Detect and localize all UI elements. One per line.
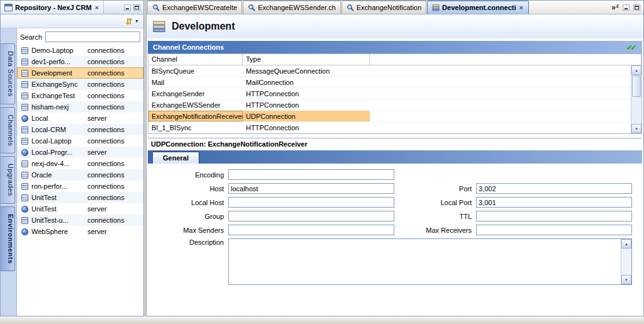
repository-body: Data Sources Channels Upgrades Environme…	[1, 28, 143, 316]
side-tab-environments[interactable]: Environments	[1, 206, 15, 271]
sync-icon[interactable]: ⇵	[125, 17, 133, 26]
table-row[interactable]: ExchangeEWSSenderHTTPConnection	[148, 99, 631, 111]
repository-view-tab[interactable]: Repository - NexJ CRM ×	[1, 1, 104, 14]
connections-icon	[21, 183, 28, 190]
page-header: Development	[147, 14, 643, 38]
local-port-label: Local Port	[407, 199, 476, 206]
channel-icon	[152, 4, 160, 11]
table-row[interactable]: MailMailConnection	[148, 77, 631, 88]
editor-content: Development Channel Connections ✔✔ Chann…	[147, 14, 643, 316]
connections-icon	[21, 194, 28, 201]
ttl-input[interactable]	[476, 211, 632, 221]
list-item[interactable]: ExchangeSyncconnections	[17, 79, 143, 90]
minimize-view-icon[interactable]	[124, 4, 131, 11]
scroll-down-icon[interactable]: ▼	[621, 275, 631, 284]
port-input[interactable]	[476, 183, 632, 194]
editor-tab-development-active[interactable]: Development.connecti ×	[427, 1, 529, 14]
repository-side-tabs: Data Sources Channels Upgrades Environme…	[1, 28, 17, 316]
connections-icon	[21, 59, 28, 65]
list-item[interactable]: Local-Laptopconnections	[17, 135, 143, 147]
list-item[interactable]: nexj-dev-4...connections	[17, 158, 143, 169]
maximize-editor-icon[interactable]	[633, 4, 640, 11]
scroll-down-icon[interactable]: ▼	[631, 124, 641, 133]
connections-icon	[21, 217, 28, 224]
connection-detail-title: UDPConnection: ExchangeNotificationRecei…	[148, 138, 642, 149]
table-row[interactable]: BI_1_BISyncHTTPConnection	[148, 122, 631, 133]
max-senders-input[interactable]	[228, 225, 394, 235]
environments-list: Demo-Laptopconnections dev1-perfo...conn…	[17, 45, 143, 316]
list-item[interactable]: ron-perfor...connections	[17, 181, 143, 192]
table-row[interactable]: BISyncQueueMessageQueueConnection	[148, 65, 631, 77]
tabbar-controls: » 4	[611, 4, 643, 14]
server-icon	[21, 228, 28, 235]
editor-tab-exchangeewscreateite[interactable]: ExchangeEWSCreateIte	[147, 1, 242, 14]
local-host-label: Local Host	[165, 199, 228, 206]
more-tabs-chevron[interactable]: » 4	[611, 4, 619, 11]
app-window: Repository - NexJ CRM × ⇵ ▼ Data Sources…	[0, 0, 644, 324]
channel-icon	[347, 4, 354, 11]
channel-connections-table: Channel Type BISyncQueueMessageQueueConn…	[148, 53, 642, 134]
local-port-input[interactable]	[476, 197, 632, 208]
page-title: Development	[172, 21, 235, 32]
description-scrollbar[interactable]: ▲ ▼	[621, 239, 631, 284]
list-item[interactable]: Oracleconnections	[17, 169, 143, 181]
side-tab-channels[interactable]: Channels	[1, 107, 15, 154]
repository-view: Repository - NexJ CRM × ⇵ ▼ Data Sources…	[0, 0, 144, 316]
local-host-input[interactable]	[228, 197, 394, 208]
column-header-blank	[370, 54, 641, 65]
tab-general[interactable]: General	[152, 152, 199, 164]
editor-tab-exchangenotification[interactable]: ExchangeNotification	[341, 1, 426, 14]
host-input[interactable]	[228, 183, 394, 194]
list-item[interactable]: dev1-perfo...connections	[17, 56, 143, 67]
table-rows: BISyncQueueMessageQueueConnection MailMa…	[148, 65, 641, 133]
connections-file-icon	[432, 4, 440, 11]
list-item[interactable]: Localserver	[17, 113, 143, 124]
encoding-label: Encoding	[165, 171, 228, 179]
channel-icon	[248, 4, 255, 11]
editor-tab-exchangeewssender[interactable]: ExchangeEWSSender.ch	[243, 1, 341, 14]
description-label: Description	[165, 238, 228, 246]
connections-icon	[21, 92, 28, 99]
list-item[interactable]: ExchangeTestconnections	[17, 90, 143, 101]
toolbar-dropdown-icon[interactable]: ▼	[135, 19, 139, 23]
list-item[interactable]: Local-Progr...server	[17, 147, 143, 158]
list-item[interactable]: UnitTestserver	[17, 203, 143, 215]
side-tab-data-sources[interactable]: Data Sources	[1, 43, 15, 104]
maximize-view-icon[interactable]	[133, 4, 140, 11]
encoding-input[interactable]	[228, 169, 394, 180]
scroll-up-icon[interactable]: ▲	[631, 65, 641, 75]
description-input[interactable]: ▲ ▼	[228, 238, 632, 285]
group-input[interactable]	[228, 211, 394, 221]
side-tab-upgrades[interactable]: Upgrades	[1, 156, 15, 204]
connections-icon	[21, 138, 28, 145]
channel-connections-header: Channel Connections ✔✔	[148, 41, 642, 53]
max-receivers-input[interactable]	[476, 225, 632, 235]
table-row-selected[interactable]: ExchangeNotificationReceiverUDPConnectio…	[148, 111, 631, 122]
list-item[interactable]: UnitTestconnections	[17, 192, 143, 203]
list-item[interactable]: Local-CRMconnections	[17, 124, 143, 135]
list-item[interactable]: WebSphereserver	[17, 226, 143, 237]
close-view-icon[interactable]: ×	[94, 4, 99, 11]
column-header-channel[interactable]: Channel	[148, 54, 243, 65]
list-item-selected[interactable]: Developmentconnections	[17, 67, 143, 79]
environment-icon	[152, 20, 166, 33]
search-input[interactable]	[45, 31, 140, 42]
scroll-up-icon[interactable]: ▲	[621, 239, 631, 249]
column-header-type[interactable]: Type	[243, 54, 370, 65]
scrollbar-thumb[interactable]	[632, 75, 641, 97]
table-row[interactable]: ExchangeSenderHTTPConnection	[148, 88, 631, 99]
table-scrollbar[interactable]: ▲ ▼	[631, 65, 641, 133]
server-icon	[21, 149, 28, 156]
minimize-editor-icon[interactable]	[623, 4, 630, 11]
server-icon	[21, 115, 28, 122]
validate-check-icon[interactable]: ✔✔	[626, 43, 637, 52]
connections-icon	[21, 70, 28, 77]
list-item[interactable]: hisham-nexjconnections	[17, 101, 143, 113]
close-tab-icon[interactable]: ×	[518, 4, 523, 11]
repository-icon	[4, 4, 13, 11]
list-item[interactable]: UnitTest-u...connections	[17, 215, 143, 226]
list-item[interactable]: Demo-Laptopconnections	[17, 45, 143, 56]
connections-icon	[21, 126, 28, 133]
host-label: Host	[165, 185, 228, 193]
port-label: Port	[407, 185, 476, 193]
